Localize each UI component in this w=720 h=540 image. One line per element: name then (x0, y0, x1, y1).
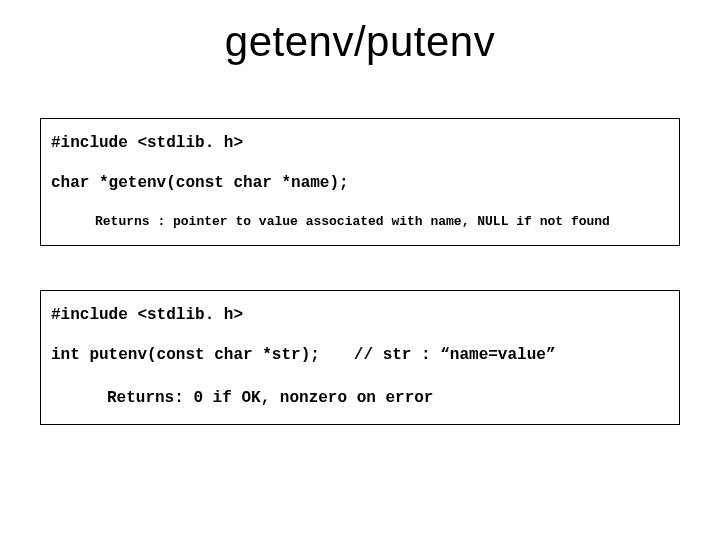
prototype-row: int putenv(const char *str); // str : “n… (51, 343, 669, 369)
function-prototype: char *getenv(const char *name); (51, 171, 669, 197)
code-box-getenv: #include <stdlib. h> char *getenv(const … (40, 118, 680, 246)
returns-description: Returns : pointer to value associated wi… (51, 212, 669, 233)
slide: getenv/putenv #include <stdlib. h> char … (0, 0, 720, 540)
inline-comment: // str : “name=value” (354, 343, 556, 369)
function-prototype: int putenv(const char *str); (51, 343, 320, 369)
include-directive: #include <stdlib. h> (51, 303, 669, 329)
code-box-putenv: #include <stdlib. h> int putenv(const ch… (40, 290, 680, 425)
slide-title: getenv/putenv (40, 18, 680, 66)
include-directive: #include <stdlib. h> (51, 131, 669, 157)
returns-description: Returns: 0 if OK, nonzero on error (51, 386, 669, 412)
